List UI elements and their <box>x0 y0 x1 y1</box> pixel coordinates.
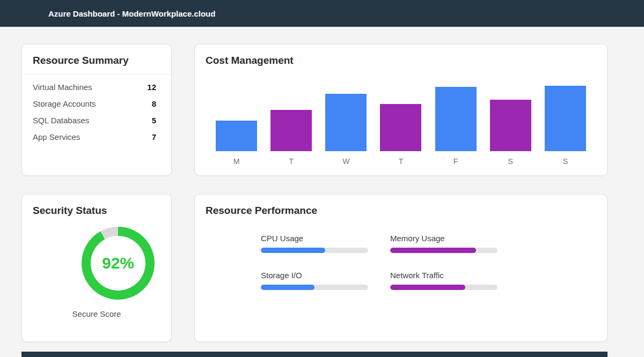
summary-row: Virtual Machines12 <box>33 79 156 95</box>
bar-label: S <box>563 157 568 166</box>
secure-score-value: 92% <box>102 254 134 272</box>
bar-column: W <box>325 78 367 166</box>
progress-fill <box>261 285 314 290</box>
performance-grid: CPU UsageMemory UsageStorage I/ONetwork … <box>261 234 519 290</box>
summary-row-value: 8 <box>152 99 156 108</box>
cost-bar[interactable] <box>435 87 477 151</box>
metric-label: Network Traffic <box>390 271 519 280</box>
metric-label: Memory Usage <box>390 234 519 243</box>
cost-bar[interactable] <box>216 121 257 151</box>
app-title: Azure Dashboard - ModernWorkplace.cloud <box>48 9 215 18</box>
progress-track <box>390 285 497 290</box>
metric-label: CPU Usage <box>261 234 390 243</box>
bar-column: T <box>380 78 421 166</box>
metric: Memory Usage <box>390 234 519 253</box>
progress-fill <box>390 285 465 290</box>
bar-column: M <box>216 78 257 166</box>
security-status-title: Security Status <box>22 195 171 224</box>
summary-row-label: App Services <box>33 132 80 142</box>
footer-bar <box>21 352 608 357</box>
bar-column: F <box>435 78 477 166</box>
summary-row-label: Storage Accounts <box>33 99 96 108</box>
resource-summary-title: Resource Summary <box>22 44 171 75</box>
summary-row-label: Virtual Machines <box>33 83 92 92</box>
progress-fill <box>261 248 325 253</box>
bar-label: M <box>233 157 240 166</box>
cost-bar[interactable] <box>380 104 421 151</box>
secure-score-hole: 92% <box>91 236 145 291</box>
summary-row-value: 5 <box>152 116 156 125</box>
bar-column: S <box>545 78 586 166</box>
bar-column: T <box>270 78 312 166</box>
bar-label: T <box>399 157 404 166</box>
cost-bar[interactable] <box>490 100 531 151</box>
cost-bar[interactable] <box>325 94 367 151</box>
summary-row-value: 7 <box>152 132 156 142</box>
cost-bar[interactable] <box>270 110 312 151</box>
progress-track <box>261 285 368 290</box>
secure-score-caption: Secure Score <box>22 309 171 318</box>
app-header: Azure Dashboard - ModernWorkplace.cloud <box>0 0 644 27</box>
cost-bar-chart: MTWTFSS <box>216 78 586 166</box>
summary-row: SQL Databases5 <box>33 112 156 129</box>
resource-summary-card: Resource Summary Virtual Machines12Stora… <box>21 44 172 176</box>
bar-label: F <box>453 157 458 166</box>
cost-management-title: Cost Management <box>195 44 607 74</box>
summary-row-value: 12 <box>147 83 156 92</box>
bar-label: T <box>289 157 294 166</box>
secure-score-donut: 92% <box>82 227 155 300</box>
metric-label: Storage I/O <box>261 271 390 280</box>
resource-performance-card: Resource Performance CPU UsageMemory Usa… <box>194 194 608 342</box>
summary-row: App Services7 <box>33 129 156 145</box>
metric: Network Traffic <box>390 271 519 290</box>
metric: CPU Usage <box>261 234 390 253</box>
metric: Storage I/O <box>261 271 390 290</box>
progress-track <box>261 248 368 253</box>
bar-label: S <box>508 157 513 166</box>
progress-fill <box>390 248 476 253</box>
security-status-card: Security Status 92% Secure Score <box>21 194 172 342</box>
cost-management-card: Cost Management MTWTFSS <box>194 44 608 176</box>
cost-bar[interactable] <box>545 86 586 151</box>
bar-column: S <box>490 78 531 166</box>
progress-track <box>390 248 497 253</box>
summary-row-label: SQL Databases <box>33 116 89 125</box>
summary-row: Storage Accounts8 <box>33 95 156 112</box>
resource-performance-title: Resource Performance <box>195 195 607 224</box>
bar-label: W <box>342 157 349 166</box>
resource-summary-list: Virtual Machines12Storage Accounts8SQL D… <box>22 75 171 145</box>
